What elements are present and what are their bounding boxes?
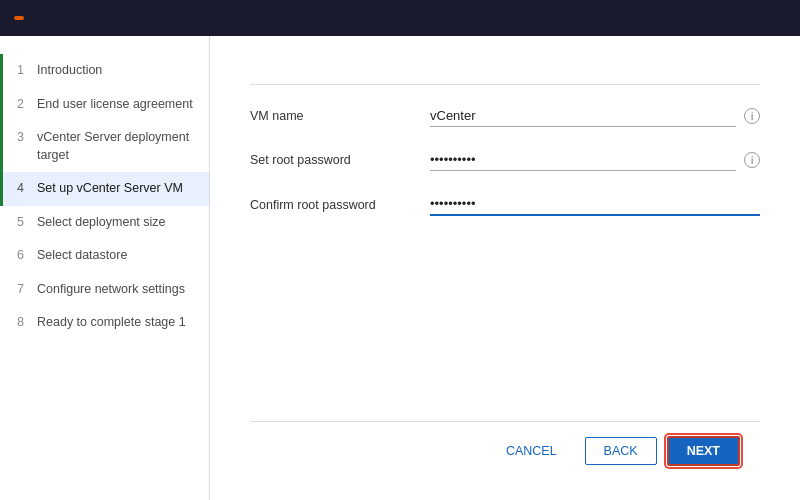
info-icon-0[interactable]: i [744,108,760,124]
step-label: Introduction [37,62,193,80]
sidebar-item-7: 7 Configure network settings [0,273,209,307]
step-label: vCenter Server deployment target [37,129,193,164]
content-area: VM nameiSet root passwordiConfirm root p… [210,36,800,500]
step-num: 8 [17,314,31,332]
form-field-wrap-2 [430,193,760,216]
sidebar-item-5: 5 Select deployment size [0,206,209,240]
form-label-1: Set root password [250,153,430,167]
sidebar-item-6: 6 Select datastore [0,239,209,273]
step-label: Select deployment size [37,214,193,232]
app-header [0,0,800,36]
main-layout: 1 Introduction 2 End user license agreem… [0,36,800,500]
info-icon-1[interactable]: i [744,152,760,168]
step-label: End user license agreement [37,96,193,114]
vm-logo [14,16,24,20]
cancel-button[interactable]: CANCEL [488,438,575,464]
sidebar: 1 Introduction 2 End user license agreem… [0,36,210,500]
step-num: 6 [17,247,31,265]
form-field-wrap-1: i [430,149,760,171]
step-label: Configure network settings [37,281,193,299]
back-button[interactable]: BACK [585,437,657,465]
sidebar-item-3[interactable]: 3 vCenter Server deployment target [0,121,209,172]
form-input-1[interactable] [430,149,736,171]
form-row-1: Set root passwordi [250,149,760,171]
footer: CANCEL BACK NEXT [250,421,760,480]
step-num: 4 [17,180,31,198]
form-row-2: Confirm root password [250,193,760,216]
sidebar-item-1[interactable]: 1 Introduction [0,54,209,88]
sidebar-item-4[interactable]: 4 Set up vCenter Server VM [0,172,209,206]
form-label-0: VM name [250,109,430,123]
form-label-2: Confirm root password [250,198,430,212]
step-label: Select datastore [37,247,193,265]
page-subtitle [250,70,760,85]
form-section: VM nameiSet root passwordiConfirm root p… [250,105,760,421]
step-num: 5 [17,214,31,232]
next-button[interactable]: NEXT [667,436,740,466]
sidebar-item-8: 8 Ready to complete stage 1 [0,306,209,340]
step-label: Ready to complete stage 1 [37,314,193,332]
step-num: 3 [17,129,31,147]
form-input-0[interactable] [430,105,736,127]
step-label: Set up vCenter Server VM [37,180,193,198]
sidebar-item-2[interactable]: 2 End user license agreement [0,88,209,122]
step-num: 2 [17,96,31,114]
form-row-0: VM namei [250,105,760,127]
form-input-2[interactable] [430,193,760,216]
form-field-wrap-0: i [430,105,760,127]
step-num: 1 [17,62,31,80]
step-num: 7 [17,281,31,299]
